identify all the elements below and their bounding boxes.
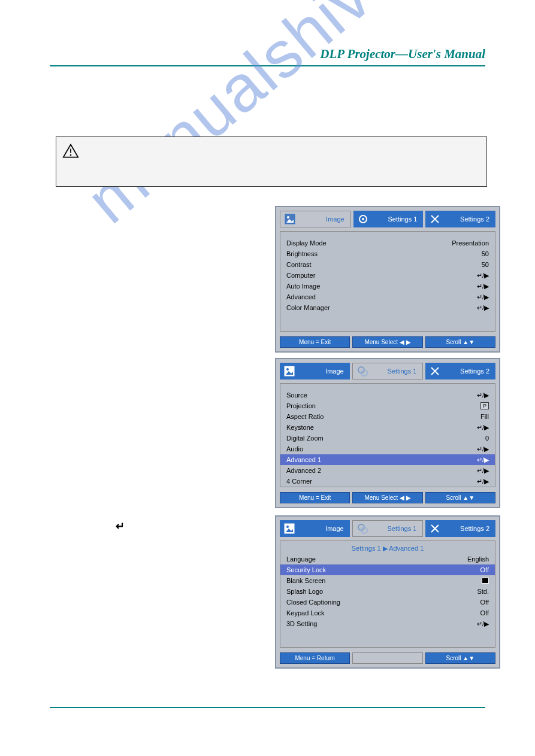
- menu-row[interactable]: Closed CaptioningOff: [280, 597, 495, 608]
- row-value: 50: [482, 250, 489, 257]
- scroll-button[interactable]: Scroll ▲▼: [425, 652, 495, 664]
- tab-settings2[interactable]: Settings 2: [425, 520, 495, 537]
- row-value: 50: [482, 261, 489, 268]
- row-label: Advanced: [286, 293, 316, 300]
- row-label: Aspect Ratio: [286, 413, 324, 420]
- menu-row[interactable]: 4 Corner↵/▶: [280, 476, 495, 487]
- menu-exit-button[interactable]: Menu = Exit: [280, 336, 350, 348]
- svg-point-7: [286, 368, 289, 371]
- tab-label: Settings 2: [445, 215, 492, 223]
- menu-return-button[interactable]: Menu = Return: [280, 652, 350, 664]
- tab-image[interactable]: Image: [280, 211, 351, 227]
- row-value: English: [467, 555, 489, 563]
- tab-image[interactable]: Image: [280, 363, 350, 379]
- image-icon: [283, 523, 295, 535]
- tab-image[interactable]: Image: [280, 520, 350, 537]
- row-value: ↵/▶: [477, 424, 489, 432]
- row-value: ↵/▶: [477, 467, 489, 475]
- row-label: Brightness: [286, 250, 318, 257]
- gear-icon: [356, 523, 368, 535]
- menu-row[interactable]: LanguageEnglish: [280, 554, 495, 564]
- row-label: Advanced 2: [286, 467, 321, 474]
- row-label: Contrast: [286, 261, 312, 268]
- menu-row[interactable]: Color Manager↵/▶: [280, 302, 495, 313]
- svg-point-1: [70, 154, 72, 156]
- row-value: ↵/▶: [477, 620, 489, 628]
- row-label: Keystone: [286, 424, 314, 431]
- menu-row[interactable]: 3D Setting↵/▶: [280, 618, 495, 629]
- menu-row[interactable]: Display ModePresentation: [280, 238, 495, 248]
- menu-row-selected[interactable]: Security LockOff: [280, 564, 495, 575]
- menu-select-button[interactable]: Menu Select ◀ ▶: [352, 492, 422, 503]
- row-label: Blank Screen: [286, 577, 325, 584]
- row-value: ↵/▶: [477, 283, 489, 290]
- menu-row[interactable]: Advanced 2↵/▶: [280, 465, 495, 476]
- page-header: DLP Projector—User's Manual: [50, 47, 485, 66]
- svg-point-5: [362, 218, 364, 220]
- row-label: Auto Image: [286, 283, 320, 290]
- osd-tab-bar: Image Settings 1 Settings 2: [276, 517, 499, 541]
- footer-rule: [50, 707, 485, 708]
- tab-label: Settings 1: [372, 525, 419, 532]
- row-value: ↵/▶: [477, 293, 489, 301]
- menu-row[interactable]: Digital Zoom0: [280, 433, 495, 444]
- osd-menu-settings1: Image Settings 1 Settings 2 Source↵/▶ Pr…: [275, 358, 500, 508]
- menu-row[interactable]: Brightness50: [280, 248, 495, 259]
- tab-label: Image: [299, 368, 346, 375]
- menu-row-selected[interactable]: Advanced 1↵/▶: [280, 454, 495, 465]
- row-label: Color Manager: [286, 304, 330, 311]
- menu-row[interactable]: Keypad LockOff: [280, 608, 495, 618]
- tab-settings1[interactable]: Settings 1: [353, 211, 424, 227]
- menu-row[interactable]: Advanced↵/▶: [280, 292, 495, 302]
- tab-settings1[interactable]: Settings 1: [352, 363, 424, 379]
- tab-label: Settings 2: [445, 525, 492, 532]
- row-label: Audio: [286, 445, 303, 453]
- menu-row[interactable]: Source↵/▶: [280, 390, 495, 400]
- image-icon: [284, 213, 296, 225]
- footer-spacer: [352, 652, 422, 664]
- menu-select-button[interactable]: Menu Select ◀ ▶: [352, 336, 422, 348]
- svg-point-11: [286, 526, 289, 528]
- row-label: Language: [286, 555, 316, 563]
- menu-row[interactable]: Aspect RatioFill: [280, 411, 495, 422]
- tab-settings1[interactable]: Settings 1: [352, 520, 424, 537]
- tab-label: Image: [299, 525, 346, 532]
- row-label: Projection: [286, 402, 316, 409]
- row-value: Off: [480, 609, 489, 617]
- caution-box: [56, 136, 487, 187]
- osd-footer: Menu = Exit Menu Select ◀ ▶ Scroll ▲▼: [276, 490, 499, 507]
- row-value: ↵/▶: [477, 478, 489, 485]
- svg-point-3: [287, 216, 289, 218]
- menu-row[interactable]: Contrast50: [280, 259, 495, 270]
- menu-exit-button[interactable]: Menu = Exit: [280, 492, 350, 503]
- row-label: Computer: [286, 272, 315, 279]
- row-label: Keypad Lock: [286, 609, 325, 617]
- menu-row[interactable]: Keystone↵/▶: [280, 422, 495, 433]
- gear-icon: [357, 213, 369, 225]
- row-label: Digital Zoom: [286, 435, 324, 442]
- menu-row[interactable]: Computer↵/▶: [280, 270, 495, 281]
- row-label: Advanced 1: [286, 456, 321, 463]
- row-value: P: [480, 402, 489, 409]
- tab-label: Image: [300, 215, 347, 223]
- tools-icon: [429, 365, 441, 377]
- enter-key-glyph: ↵: [116, 520, 125, 533]
- row-label: 4 Corner: [286, 478, 312, 485]
- osd-body: Settings 1 ▶ Advanced 1 LanguageEnglish …: [280, 541, 495, 648]
- row-value: ↵/▶: [477, 445, 489, 453]
- menu-row[interactable]: ProjectionP: [280, 400, 495, 411]
- menu-row[interactable]: Auto Image↵/▶: [280, 281, 495, 292]
- menu-row[interactable]: Blank Screen: [280, 575, 495, 586]
- tools-icon: [429, 213, 441, 225]
- scroll-button[interactable]: Scroll ▲▼: [425, 492, 495, 503]
- row-value: ↵/▶: [477, 391, 489, 399]
- scroll-button[interactable]: Scroll ▲▼: [425, 336, 495, 348]
- tab-settings2[interactable]: Settings 2: [425, 363, 495, 379]
- osd-footer: Menu = Exit Menu Select ◀ ▶ Scroll ▲▼: [276, 334, 499, 351]
- row-value: Std.: [477, 588, 489, 595]
- tab-settings2[interactable]: Settings 2: [425, 211, 495, 227]
- tab-label: Settings 2: [445, 368, 492, 375]
- menu-row[interactable]: Audio↵/▶: [280, 444, 495, 454]
- image-icon: [283, 365, 295, 377]
- menu-row[interactable]: Splash LogoStd.: [280, 586, 495, 597]
